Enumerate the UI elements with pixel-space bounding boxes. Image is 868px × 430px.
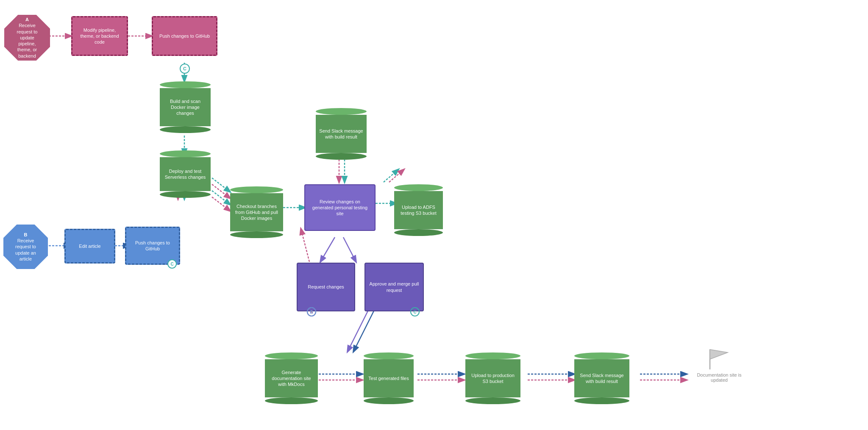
node-send-slack-bottom-label: Send Slack message with build result — [578, 372, 626, 385]
svg-line-22 — [384, 169, 398, 182]
node-upload-production: Upload to production S3 bucket — [465, 352, 520, 404]
diagram-container: AReceive request to update pipeline, the… — [0, 0, 868, 430]
node-send-slack-top: Send Slack message with build result — [316, 108, 367, 160]
node-test-files: Test generated files — [364, 352, 414, 404]
node-generate-docs: Generate documentation site with MkDocs — [265, 352, 318, 404]
node-edit-article: Edit article — [64, 229, 115, 264]
node-modify-pipeline-label: Modify pipeline, theme, or backend code — [76, 27, 123, 45]
node-deploy-serverless: Deploy and test Serverless changes — [160, 150, 211, 198]
node-docs-updated-label: Documentation site is updated — [697, 372, 741, 383]
node-build-docker-label: Build and scan Docker image changes — [163, 98, 207, 117]
node-approve-merge-label: Approve and merge pull request — [369, 281, 420, 293]
node-a-start: AReceive request to update pipeline, the… — [4, 15, 50, 61]
node-checkout-branches-label: Checkout branches from GitHub and pull D… — [234, 203, 280, 222]
svg-line-10 — [212, 197, 230, 211]
node-test-files-label: Test generated files — [368, 375, 409, 381]
badge-c-push-bottom: C — [167, 259, 177, 269]
node-review-changes-label: Review changes on generated personal tes… — [309, 199, 370, 217]
node-edit-article-label: Edit article — [79, 243, 100, 249]
node-request-changes-label: Request changes — [308, 284, 344, 290]
node-approve-merge: Approve and merge pull request C — [364, 263, 424, 311]
svg-line-24 — [348, 309, 369, 352]
node-send-slack-top-label: Send Slack message with build result — [319, 128, 363, 140]
svg-line-21 — [301, 229, 309, 262]
svg-line-8 — [212, 184, 230, 198]
node-request-changes: Request changes A B — [297, 263, 355, 311]
node-push-github-bottom-label: Push changes to GitHub — [130, 240, 175, 252]
badge-c-top: C — [180, 64, 190, 74]
node-upload-adfs: Upload to ADFS testing S3 bucket — [394, 184, 443, 236]
node-build-docker: Build and scan Docker image changes — [160, 81, 211, 133]
node-push-github-top-label: Push changes to GitHub — [159, 33, 210, 39]
node-send-slack-bottom: Send Slack message with build result — [574, 352, 629, 404]
svg-line-20 — [343, 237, 356, 262]
node-generate-docs-label: Generate documentation site with MkDocs — [268, 369, 314, 388]
svg-line-25 — [353, 309, 375, 352]
node-deploy-serverless-label: Deploy and test Serverless changes — [163, 168, 207, 180]
node-review-changes: Review changes on generated personal tes… — [304, 184, 376, 231]
node-a-label: AReceive request to update pipeline, the… — [13, 17, 42, 59]
node-upload-production-label: Upload to production S3 bucket — [469, 372, 517, 385]
svg-line-9 — [212, 191, 230, 205]
svg-line-23 — [389, 169, 404, 182]
badge-b-request: B — [307, 307, 316, 316]
node-b-start: BReceive request to update an article — [3, 225, 48, 269]
node-modify-pipeline: Modify pipeline, theme, or backend code — [71, 16, 128, 56]
node-push-github-top: Push changes to GitHub — [152, 16, 217, 56]
svg-line-7 — [212, 178, 230, 192]
node-b-label: BReceive request to update an article — [10, 232, 42, 262]
node-upload-adfs-label: Upload to ADFS testing S3 bucket — [398, 204, 440, 216]
node-docs-updated: Documentation site is updated — [692, 347, 747, 383]
svg-line-19 — [320, 237, 335, 262]
badge-c-approve: C — [410, 307, 420, 316]
node-push-github-bottom: Push changes to GitHub C — [125, 227, 180, 265]
node-checkout-branches: Checkout branches from GitHub and pull D… — [230, 186, 283, 238]
